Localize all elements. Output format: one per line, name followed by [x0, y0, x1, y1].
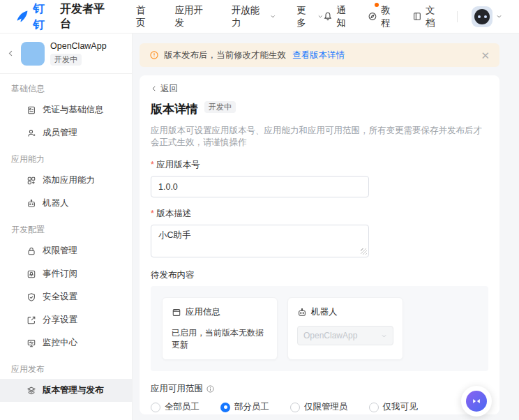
radio-all-staff[interactable]: 全部员工 [151, 401, 200, 413]
back-button[interactable]: 返回 [151, 83, 178, 95]
brand-suffix: 开发者平台 [60, 2, 114, 31]
warning-banner: 版本发布后，当前修改才能生效 查看版本详情 ✕ [140, 43, 499, 67]
sidebar-item-credentials[interactable]: 凭证与基础信息 [0, 98, 132, 121]
tutorial-button[interactable]: 教程 [368, 4, 398, 29]
compass-icon [368, 11, 377, 22]
nav-item-app-dev[interactable]: 应用开发 [175, 4, 211, 29]
page-description: 应用版本可设置应用版本号、应用能力和应用可用范围，所有变更需要保存并发布后才会正… [151, 125, 488, 149]
app-window-icon [172, 308, 181, 317]
radio-label: 全部员工 [165, 401, 200, 413]
assistant-fab-button[interactable] [461, 386, 492, 417]
nav-item-label: 开放能力 [232, 4, 267, 29]
back-label: 返回 [160, 83, 178, 95]
top-navbar: 钉钉 开发者平台 首页 应用开发 开放能力 更多 通知 教程 [0, 0, 519, 33]
sidebar-item-label: 权限管理 [43, 245, 77, 257]
view-version-details-link[interactable]: 查看版本详情 [292, 50, 345, 61]
tutorial-label: 教程 [381, 4, 398, 29]
radio-only-me[interactable]: 仅我可见 [369, 401, 418, 413]
sidebar-collapse-button[interactable] [6, 50, 15, 57]
chevron-down-icon [381, 333, 387, 339]
sidebar-item-version-release[interactable]: 版本管理与发布 [0, 379, 132, 402]
scope-label: 应用可用范围 [151, 383, 203, 395]
avatar-face [474, 9, 490, 24]
docs-label: 文档 [426, 4, 443, 29]
radio-label: 仅限管理员 [304, 401, 348, 413]
notifications-label: 通知 [336, 4, 354, 29]
sidebar-section-abilities: 应用能力 [0, 144, 132, 169]
sidebar-item-add-ability[interactable]: 添加应用能力 [0, 169, 132, 192]
version-desc-textarea[interactable]: 小C助手 [151, 225, 369, 257]
robot-icon [27, 199, 36, 209]
nav-item-home[interactable]: 首页 [136, 4, 154, 29]
version-detail-card: 返回 版本详情 开发中 应用版本可设置应用版本号、应用能力和应用可用范围，所有变… [140, 75, 499, 414]
lock-icon [27, 246, 36, 256]
resize-handle[interactable] [361, 248, 367, 255]
radio-admin-only[interactable]: 仅限管理员 [290, 401, 348, 413]
user-menu[interactable] [472, 6, 502, 27]
sidebar-section-release: 应用发布 [0, 354, 132, 379]
pending-content-label: 待发布内容 [151, 269, 488, 281]
sidebar-item-label: 分享设置 [43, 314, 77, 326]
sidebar: OpenClawApp 开发中 基础信息 凭证与基础信息 成员管理 应用能力 添… [0, 33, 133, 420]
version-number-input[interactable] [151, 176, 369, 197]
assistant-icon [466, 391, 487, 412]
sidebar-item-event-subscribe[interactable]: 事件订阅 [0, 262, 132, 285]
app-status-badge: 开发中 [50, 54, 82, 66]
avatar [472, 6, 492, 27]
sidebar-item-members[interactable]: 成员管理 [0, 121, 132, 144]
radio-icon [220, 403, 230, 412]
apps-add-icon [27, 176, 36, 186]
chevron-down-icon [317, 13, 323, 20]
chevron-down-icon [270, 13, 276, 20]
radio-label: 仅我可见 [383, 401, 418, 413]
close-icon[interactable]: ✕ [481, 50, 490, 61]
pending-content-panel: 应用信息 已启用，当前版本无数据更新 机器人 OpenClawApp [151, 286, 488, 371]
chevron-left-icon [151, 85, 158, 92]
notifications-button[interactable]: 通知 [323, 4, 354, 29]
brand[interactable]: 钉钉 开发者平台 [15, 1, 114, 33]
sidebar-item-monitor[interactable]: 监控中心 [0, 331, 132, 354]
shield-icon [27, 292, 36, 302]
nav-divider [457, 11, 458, 22]
sidebar-item-permissions[interactable]: 权限管理 [0, 239, 132, 262]
document-icon [412, 11, 422, 22]
sidebar-item-robot[interactable]: 机器人 [0, 192, 132, 215]
robot-card-title: 机器人 [311, 306, 338, 318]
warning-icon [149, 50, 159, 60]
nav-item-label: 更多 [296, 4, 314, 29]
sidebar-item-security[interactable]: 安全设置 [0, 285, 132, 308]
notification-dot [375, 3, 379, 7]
status-badge: 开发中 [204, 101, 236, 113]
chevron-left-icon [7, 50, 15, 57]
sidebar-item-label: 事件订阅 [43, 268, 77, 280]
sidebar-item-label: 凭证与基础信息 [43, 104, 104, 116]
brand-name: 钉钉 [33, 1, 57, 33]
nav-item-more[interactable]: 更多 [296, 4, 323, 29]
app-info-card-desc: 已启用，当前版本无数据更新 [172, 327, 268, 351]
event-icon [27, 269, 36, 279]
nav-item-open-abilities[interactable]: 开放能力 [232, 4, 276, 29]
radio-icon [369, 403, 379, 412]
robot-select-value: OpenClawApp [303, 331, 357, 340]
radio-partial-staff[interactable]: 部分员工 [220, 401, 269, 413]
main-area: 版本发布后，当前修改才能生效 查看版本详情 ✕ 返回 版本详情 开发中 应用版本… [133, 33, 519, 420]
id-card-icon [27, 105, 36, 115]
app-info-card: 应用信息 已启用，当前版本无数据更新 [162, 297, 278, 360]
sidebar-item-label: 安全设置 [43, 291, 77, 303]
sidebar-item-label: 机器人 [43, 197, 69, 209]
sidebar-app-header: OpenClawApp 开发中 [0, 33, 132, 74]
bell-icon [323, 11, 333, 22]
sidebar-item-label: 版本管理与发布 [43, 384, 104, 396]
info-icon[interactable] [206, 384, 215, 393]
sidebar-item-share[interactable]: 分享设置 [0, 308, 132, 331]
radio-icon [151, 403, 160, 412]
dingtalk-logo-icon [15, 9, 29, 24]
robot-icon [297, 308, 307, 317]
robot-card: 机器人 OpenClawApp [287, 297, 403, 360]
member-icon [27, 128, 36, 138]
app-name: OpenClawApp [50, 41, 107, 51]
version-number-label: 应用版本号 [151, 159, 488, 171]
scope-radio-group: 全部员工 部分员工 仅限管理员 仅我可见 [151, 401, 488, 413]
robot-select-disabled: OpenClawApp [297, 326, 393, 345]
docs-button[interactable]: 文档 [412, 4, 443, 29]
